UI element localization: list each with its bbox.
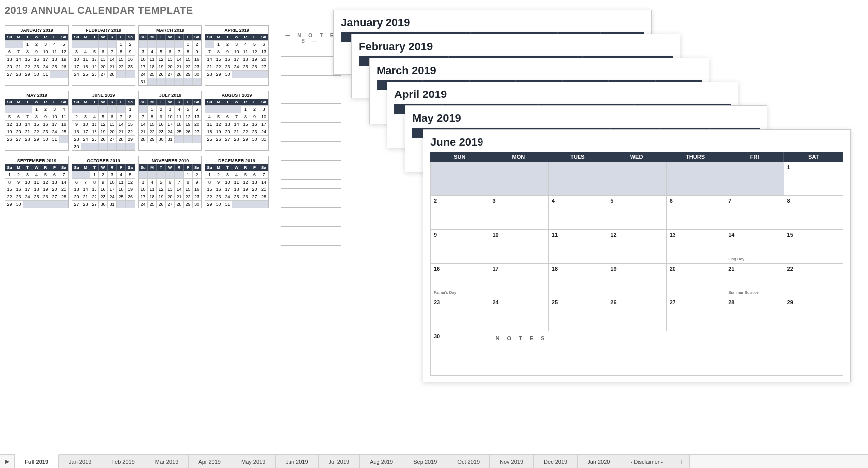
mini-day-cell: 9 xyxy=(193,48,201,55)
mini-day-cell: 8 xyxy=(205,178,214,186)
calendar-day-cell[interactable]: 23 xyxy=(431,297,489,331)
calendar-day-cell[interactable]: 18 xyxy=(549,264,607,297)
calendar-day-cell[interactable]: 12 xyxy=(607,230,666,264)
calendar-day-cell[interactable]: 26 xyxy=(607,297,666,331)
mini-day-cell: 23 xyxy=(41,128,50,135)
mini-day-cell: 13 xyxy=(72,186,81,193)
mini-day-cell: 16 xyxy=(126,55,135,63)
sheet-tab[interactable]: Jul 2019 xyxy=(319,455,360,468)
mini-day-cell: 4 xyxy=(90,113,99,120)
calendar-day-cell[interactable]: 11 xyxy=(549,230,607,264)
mini-calendar-title: SEPTEMBER 2019 xyxy=(5,156,68,164)
mini-day-cell xyxy=(81,105,90,113)
calendar-day-cell[interactable]: 13 xyxy=(667,230,725,264)
calendar-day-cell[interactable] xyxy=(489,162,548,196)
calendar-day-cell[interactable] xyxy=(549,162,607,196)
day-number: 26 xyxy=(610,299,663,305)
sheet-tab[interactable]: Dec 2019 xyxy=(534,455,578,468)
mini-day-cell: 29 xyxy=(205,200,214,208)
calendar-day-cell[interactable]: 2 xyxy=(431,196,489,230)
calendar-day-cell[interactable]: 17 xyxy=(489,264,548,297)
calendar-day-cell[interactable] xyxy=(431,162,489,196)
calendar-day-cell[interactable]: 10 xyxy=(489,230,548,264)
mini-day-cell: 9 xyxy=(32,48,41,55)
calendar-day-cell[interactable]: 27 xyxy=(667,297,725,331)
mini-day-cell: 3 xyxy=(259,105,268,113)
weekday-header: MON xyxy=(489,152,549,162)
mini-day-cell: 16 xyxy=(193,186,201,193)
calendar-day-cell[interactable]: 1 xyxy=(784,162,843,196)
calendar-day-cell[interactable]: 7 xyxy=(725,196,784,230)
mini-calendar-title: OCTOBER 2019 xyxy=(72,156,135,164)
mini-day-cell: 3 xyxy=(23,171,32,178)
mini-day-cell: 16 xyxy=(223,55,232,63)
mini-day-cell: 21 xyxy=(81,193,90,200)
calendar-day-cell[interactable]: 20 xyxy=(667,264,725,297)
mini-day-cell: 5 xyxy=(41,171,50,178)
sheet-tab[interactable]: Jan 2020 xyxy=(578,455,620,468)
mini-day-cell: 3 xyxy=(166,105,175,113)
calendar-day-cell[interactable]: 21Summer Solstice xyxy=(725,264,784,297)
calendar-day-cell[interactable]: 15 xyxy=(784,230,843,264)
calendar-day-cell[interactable]: 25 xyxy=(549,297,607,331)
month-notes-cell[interactable]: N O T E S xyxy=(489,331,843,376)
sheet-tab[interactable]: - Disclaimer - xyxy=(620,455,673,468)
mini-day-cell: 6 xyxy=(223,113,232,120)
mini-day-cell: 11 xyxy=(175,113,184,120)
mini-day-cell: 21 xyxy=(259,186,268,193)
mini-day-cell xyxy=(250,200,259,208)
mini-day-cell: 18 xyxy=(32,186,41,193)
calendar-day-cell[interactable]: 30 xyxy=(431,331,489,376)
calendar-day-cell[interactable]: 22 xyxy=(784,264,843,297)
tab-scroll-icon[interactable]: ▶ xyxy=(0,455,15,468)
sheet-tab[interactable]: Apr 2019 xyxy=(189,455,231,468)
sheet-tab[interactable]: Sep 2019 xyxy=(403,455,447,468)
calendar-day-cell[interactable] xyxy=(607,162,666,196)
sheet-tab[interactable]: Jun 2019 xyxy=(276,455,318,468)
sheet-tab[interactable]: Nov 2019 xyxy=(490,455,534,468)
add-sheet-button[interactable]: + xyxy=(673,455,690,468)
calendar-day-cell[interactable]: 5 xyxy=(607,196,666,230)
mini-day-cell xyxy=(117,143,126,150)
mini-day-cell: 15 xyxy=(126,120,135,128)
mini-day-cell xyxy=(81,171,90,178)
mini-day-cell: 25 xyxy=(59,128,68,135)
calendar-day-cell[interactable]: 14Flag Day xyxy=(725,230,784,264)
mini-day-cell: 1 xyxy=(90,171,99,178)
weekday-header: SUN xyxy=(430,152,489,162)
page-title: 2019 ANNUAL CALENDAR TEMPLATE xyxy=(5,5,313,16)
day-event-label: Summer Solstice xyxy=(728,290,758,295)
month-sheet-stack: January 2019SUNMONTUESWEDTHURSFRISATFebr… xyxy=(333,10,861,418)
mini-day-cell xyxy=(108,40,117,48)
mini-day-header: Su xyxy=(205,99,214,105)
mini-day-cell: 28 xyxy=(139,135,148,143)
mini-day-cell: 12 xyxy=(59,48,68,55)
sheet-tab[interactable]: Oct 2019 xyxy=(447,455,490,468)
calendar-day-cell[interactable]: 19 xyxy=(607,264,666,297)
calendar-day-cell[interactable]: 9 xyxy=(431,230,489,264)
sheet-tab[interactable]: Aug 2019 xyxy=(360,455,403,468)
sheet-tab[interactable]: Mar 2019 xyxy=(145,455,189,468)
calendar-day-cell[interactable]: 28 xyxy=(725,297,784,331)
calendar-day-cell[interactable]: 16Father's Day xyxy=(431,264,489,297)
calendar-day-cell[interactable]: 24 xyxy=(489,297,548,331)
mini-day-cell: 16 xyxy=(214,186,223,193)
sheet-tab[interactable]: May 2019 xyxy=(231,455,276,468)
notes-lines[interactable] xyxy=(281,47,341,251)
calendar-day-cell[interactable]: 3 xyxy=(489,196,548,230)
sheet-tab[interactable]: Jan 2019 xyxy=(59,455,101,468)
mini-day-cell xyxy=(223,105,232,113)
calendar-day-cell[interactable] xyxy=(725,162,784,196)
calendar-day-cell[interactable]: 29 xyxy=(784,297,843,331)
calendar-day-cell[interactable]: 4 xyxy=(549,196,607,230)
mini-day-cell: 27 xyxy=(5,70,14,78)
calendar-day-cell[interactable]: 6 xyxy=(667,196,725,230)
mini-day-cell: 23 xyxy=(14,193,23,200)
calendar-day-cell[interactable] xyxy=(667,162,725,196)
sheet-tab[interactable]: Feb 2019 xyxy=(101,455,145,468)
mini-day-cell: 24 xyxy=(139,70,148,78)
mini-day-cell: 11 xyxy=(90,120,99,128)
calendar-day-cell[interactable]: 8 xyxy=(784,196,843,230)
mini-day-cell: 26 xyxy=(184,128,193,135)
sheet-tab[interactable]: Full 2019 xyxy=(15,454,59,468)
